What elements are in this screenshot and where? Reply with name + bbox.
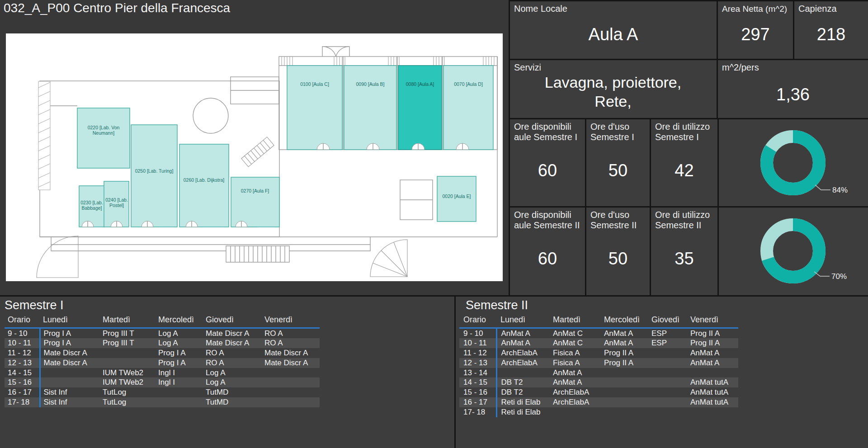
lesson-cell: DB T2 — [496, 387, 549, 397]
lesson-cell — [647, 377, 686, 387]
column-header-orario: Orario — [5, 314, 40, 328]
lesson-cell: Log A — [203, 377, 261, 387]
orario-cell: 10 - 11 — [5, 338, 40, 348]
room-lab-von-neumann[interactable]: 0220 [Lab. VonNeumann] — [77, 108, 130, 168]
ore-disponibili-sem1-value: 60 — [510, 161, 585, 180]
orario-cell: 11 - 12 — [459, 348, 496, 358]
lesson-cell — [600, 387, 647, 397]
room-lab-dijkstra[interactable]: 0260 [Lab. Dijkstra] — [179, 144, 229, 227]
tile-ore-uso-sem1: Ore d'uso Semestre I 50 — [586, 119, 650, 206]
lesson-cell: AnMat A — [686, 348, 738, 358]
room-aula-f[interactable]: 0270 [Aula F] — [231, 177, 279, 227]
room-lab-postel[interactable]: 0240 [Lab.Postel] — [104, 181, 129, 227]
room-aula-a[interactable]: 0080 [Aula A] — [398, 66, 442, 150]
lesson-cell — [600, 397, 647, 407]
lesson-cell — [647, 397, 686, 407]
schedule-row: 10 - 11Prog I AProg III TLog AMate Discr… — [5, 338, 320, 348]
column-header-lunedì: Lunedì — [496, 314, 549, 328]
lesson-cell: DB T2 — [496, 377, 549, 387]
m2-pers-label: m^2/pers — [722, 62, 762, 73]
ore-utilizzo-sem2-value: 35 — [651, 249, 717, 269]
column-header-mercoledì: Mercoledì — [600, 314, 647, 328]
lesson-cell: Reti di Elab — [496, 397, 549, 407]
room-aula-c[interactable]: 0100 [Aula C] — [287, 66, 342, 150]
lesson-cell: AnMat tutA — [686, 377, 738, 387]
tile-capienza: Capienza 218 — [794, 1, 868, 59]
column-header-martedì: Martedì — [99, 314, 155, 328]
nome-locale-label: Nome Locale — [514, 4, 570, 14]
lesson-cell — [647, 358, 686, 368]
ore-utilizzo-sem1-value: 42 — [651, 161, 717, 180]
schedule-row: 15 - 16IUM TWeb2Ingl ILog A — [5, 377, 320, 387]
lesson-cell — [686, 368, 738, 378]
lesson-cell: AnMat C — [549, 338, 600, 348]
column-header-lunedì: Lunedì — [40, 314, 99, 328]
ore-disponibili-sem2-label: Ore disponibili aule Semestre II — [514, 210, 585, 231]
orario-cell: 16 - 17 — [459, 397, 496, 407]
schedule-row: 10 - 11AnMat AAnMat CAnMat AESPProg II A — [459, 338, 738, 348]
area-netta-value: 297 — [718, 25, 793, 44]
lesson-cell: IUM TWeb2 — [99, 368, 155, 378]
orario-cell: 10 - 11 — [459, 338, 496, 348]
column-header-venerdì: Venerdì — [686, 314, 738, 328]
lesson-cell: Log A — [155, 328, 203, 338]
schedule-row: 11 - 12Mate Discr AProg I ARO AMate Disc… — [5, 348, 320, 358]
orario-cell: 15 - 16 — [459, 387, 496, 397]
room-label: 0230 [Lab.Babbage] — [80, 200, 103, 211]
orario-cell: 16 - 17 — [5, 387, 40, 397]
lesson-cell: RO A — [261, 328, 320, 338]
schedule-divider — [454, 297, 456, 448]
orario-cell: 9 - 10 — [459, 328, 496, 338]
room-aula-e[interactable]: 0020 [Aula E] — [437, 176, 476, 222]
column-header-giovedì: Giovedì — [203, 314, 261, 328]
semestre1-table: OrarioLunedìMartedìMercoledìGiovedìVener… — [5, 314, 320, 407]
lesson-cell: TutLog — [99, 387, 155, 397]
schedule-row: 15 - 16DB T2ArchElabAAnMat tutA — [459, 387, 738, 397]
lesson-cell: Prog II A — [600, 358, 647, 368]
lesson-cell: Mate Discr A — [40, 348, 99, 358]
lesson-cell — [261, 368, 320, 378]
page-title: 032_A_P00 Centro Pier della Francesca — [4, 1, 230, 15]
ore-utilizzo-sem2-label: Ore di utilizzo Semestre II — [655, 210, 717, 231]
column-header-mercoledì: Mercoledì — [155, 314, 203, 328]
orario-cell: 11 - 12 — [5, 348, 40, 358]
lesson-cell: AnMat A — [600, 328, 647, 338]
tile-ore-disponibili-sem1: Ore disponibili aule Semestre I 60 — [510, 119, 585, 206]
room-aula-b[interactable]: 0090 [Aula B] — [344, 66, 396, 150]
tile-donut-sem2: 70% — [719, 207, 868, 295]
lesson-cell: ArchElabA — [496, 358, 549, 368]
lesson-cell: Mate Discr A — [261, 348, 320, 358]
lesson-cell: Sist Inf — [40, 397, 99, 407]
lesson-cell — [496, 368, 549, 378]
capienza-label: Capienza — [798, 4, 837, 14]
lesson-cell: AnMat A — [549, 368, 600, 378]
tile-ore-uso-sem2: Ore d'uso Semestre II 50 — [586, 207, 650, 295]
schedule-row: 9 - 10Prog I AProg III TLog AMate Discr … — [5, 328, 320, 338]
lesson-cell: Log A — [155, 338, 203, 348]
lesson-cell: Mate Discr A — [261, 358, 320, 368]
room-lab-babbage[interactable]: 0230 [Lab.Babbage] — [79, 186, 104, 227]
schedule-row: 11 - 12ArchElabAFisica AProg II AAnMat A — [459, 348, 738, 358]
lesson-cell — [40, 377, 99, 387]
lesson-cell — [647, 407, 686, 417]
lesson-cell — [40, 368, 99, 378]
lesson-cell — [647, 387, 686, 397]
schedule-row: 9 - 10AnMat AAnMat CAnMat AESPProg II A — [459, 328, 738, 338]
orario-cell: 14 - 15 — [5, 368, 40, 378]
lesson-cell — [261, 377, 320, 387]
orario-cell: 14 - 15 — [459, 377, 496, 387]
room-lab-turing[interactable]: 0250 [Lab. Turing] — [131, 125, 177, 227]
lesson-cell: AnMat A — [686, 358, 738, 368]
schedule-row: 14 - 15IUM TWeb2Ingl ILog A — [5, 368, 320, 378]
room-aula-d[interactable]: 0070 [Aula D] — [443, 66, 493, 150]
ore-uso-sem1-value: 50 — [586, 161, 650, 180]
orario-cell: 17- 18 — [5, 397, 40, 407]
orario-cell: 17- 18 — [459, 407, 496, 417]
room-label: 0080 [Aula A] — [406, 81, 434, 87]
tile-ore-utilizzo-sem1: Ore di utilizzo Semestre I 42 — [651, 119, 717, 206]
tile-m2-pers: m^2/pers 1,36 — [718, 60, 868, 118]
servizi-label: Servizi — [514, 62, 544, 73]
room-label: 0100 [Aula C] — [300, 81, 329, 87]
orario-cell: 12 - 13 — [5, 358, 40, 368]
ore-utilizzo-sem1-label: Ore di utilizzo Semestre I — [655, 122, 717, 142]
